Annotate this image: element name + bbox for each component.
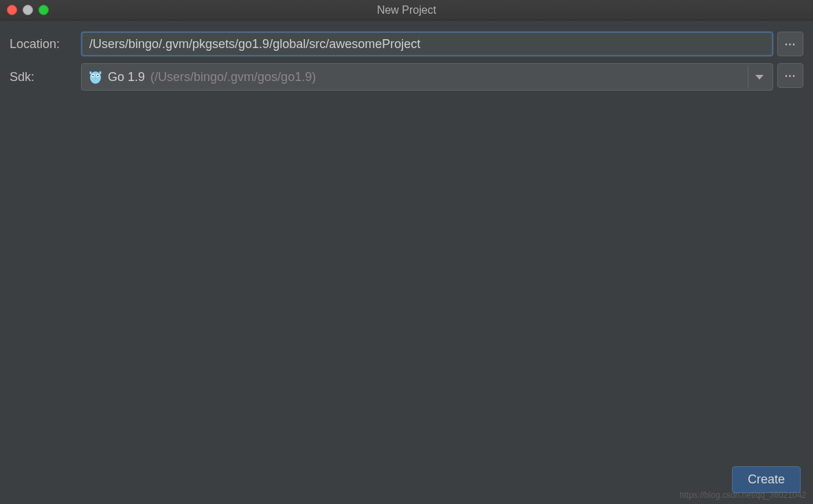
gopher-icon — [89, 69, 102, 84]
sdk-name: Go 1.9 — [108, 70, 145, 84]
sdk-dropdown[interactable]: Go 1.9 (/Users/bingo/.gvm/gos/go1.9) — [81, 63, 773, 91]
svg-point-4 — [98, 75, 99, 76]
chevron-down-icon — [755, 75, 764, 80]
svg-point-6 — [89, 71, 91, 75]
location-label: Location: — [10, 37, 73, 51]
close-window-button[interactable] — [7, 5, 17, 15]
location-field-wrap: ... — [81, 32, 803, 56]
location-browse-button[interactable]: ... — [777, 32, 803, 56]
sdk-path: (/Users/bingo/.gvm/gos/go1.9) — [150, 70, 316, 84]
window-title: New Project — [377, 4, 436, 16]
window-controls — [7, 5, 49, 15]
maximize-window-button[interactable] — [38, 5, 49, 15]
window-titlebar: New Project — [0, 0, 813, 21]
sdk-field-wrap: Go 1.9 (/Users/bingo/.gvm/gos/go1.9) ... — [81, 63, 803, 91]
dialog-footer: Create — [732, 466, 801, 493]
minimize-window-button[interactable] — [23, 5, 33, 15]
svg-point-3 — [93, 75, 94, 76]
sdk-selected: Go 1.9 (/Users/bingo/.gvm/gos/go1.9) — [89, 69, 742, 84]
location-input[interactable] — [81, 32, 773, 56]
svg-point-5 — [95, 78, 96, 80]
dialog-content: Location: ... Sdk: — [0, 21, 813, 102]
sdk-browse-button[interactable]: ... — [777, 63, 803, 88]
sdk-dropdown-toggle[interactable] — [748, 66, 770, 88]
create-button[interactable]: Create — [732, 466, 801, 493]
sdk-row: Sdk: — [10, 63, 803, 91]
location-row: Location: ... — [10, 32, 803, 56]
svg-point-7 — [99, 71, 101, 75]
sdk-label: Sdk: — [10, 70, 73, 84]
